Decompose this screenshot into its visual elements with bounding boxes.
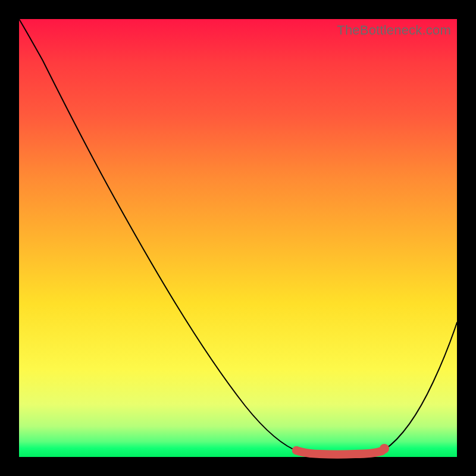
chart-frame: TheBottleneck.com (0, 0, 476, 476)
plot-area: TheBottleneck.com (19, 19, 457, 457)
optimal-region-highlight (296, 450, 382, 455)
curve-svg (19, 19, 457, 457)
highlight-start-dot (292, 446, 300, 455)
bottleneck-curve (19, 19, 457, 454)
highlight-end-dot (380, 444, 389, 453)
